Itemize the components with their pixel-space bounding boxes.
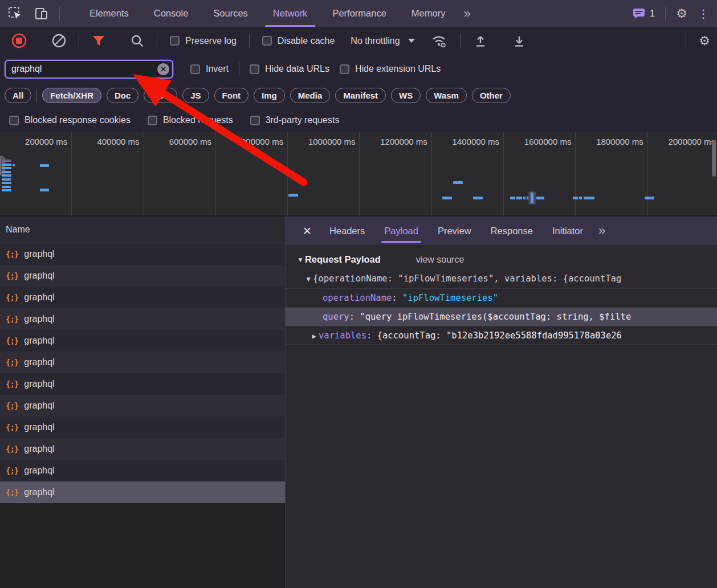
request-details-pane: ✕ Headers Payload Preview Response Initi… <box>286 217 717 588</box>
network-settings-gear-icon[interactable]: ⚙ <box>699 35 710 47</box>
timeline-column: 600000 ms <box>144 132 216 215</box>
request-name-label: graphql <box>24 422 54 432</box>
chip-other[interactable]: Other <box>472 88 511 103</box>
timeline-column: 1800000 ms <box>576 132 647 215</box>
timeline-request-bar <box>645 197 654 199</box>
network-conditions-icon[interactable] <box>431 34 448 48</box>
tab-headers[interactable]: Headers <box>320 217 374 245</box>
clear-network-log-icon[interactable] <box>52 34 66 48</box>
request-row[interactable]: {;}graphql <box>0 460 285 481</box>
request-name-label: graphql <box>24 466 54 476</box>
payload-row-query[interactable]: query: "query ipFlowTimeseries($accountT… <box>286 307 717 326</box>
chip-wasm[interactable]: Wasm <box>426 88 467 103</box>
request-row[interactable]: {;}graphql <box>0 287 285 308</box>
request-row[interactable]: {;}graphql <box>0 352 285 373</box>
chip-css[interactable]: CSS <box>144 88 177 103</box>
network-toolbar: Preserve log Disable cache No throttling <box>0 27 717 55</box>
hide-data-urls-checkbox[interactable]: Hide data URLs <box>250 64 329 74</box>
filter-bar: ✕ Invert Hide data URLs Hide extension U… <box>0 55 717 83</box>
json-request-icon: {;} <box>6 488 18 497</box>
tab-console[interactable]: Console <box>141 0 201 27</box>
chip-font[interactable]: Font <box>214 88 248 103</box>
payload-key: operationName <box>323 293 392 303</box>
more-detail-tabs-icon[interactable]: » <box>593 217 611 245</box>
issues-counter[interactable]: 1 <box>633 8 655 19</box>
third-party-requests-label: 3rd-party requests <box>266 115 340 125</box>
key-separator: : <box>392 293 402 303</box>
device-toolbar-icon[interactable] <box>34 6 49 21</box>
record-network-log-icon[interactable] <box>11 33 27 48</box>
chip-all[interactable]: All <box>5 88 31 103</box>
close-details-icon[interactable]: ✕ <box>295 217 320 245</box>
import-har-icon[interactable] <box>474 34 487 48</box>
json-request-icon: {;} <box>6 271 18 280</box>
view-source-link[interactable]: view source <box>416 255 464 265</box>
chip-ws[interactable]: WS <box>391 88 421 103</box>
hide-extension-urls-checkbox[interactable]: Hide extension URLs <box>340 64 441 74</box>
export-har-icon[interactable] <box>512 34 526 48</box>
throttling-select[interactable]: No throttling <box>347 36 418 46</box>
payload-preview-text: {operationName: "ipFlowTimeseries", vari… <box>313 273 621 284</box>
chip-manifest[interactable]: Manifest <box>335 88 386 103</box>
request-row[interactable]: {;}graphql <box>0 330 285 352</box>
clear-filter-icon[interactable]: ✕ <box>157 63 169 75</box>
network-overview-timeline[interactable]: 200000 ms400000 ms600000 ms800000 ms1000… <box>0 132 717 217</box>
payload-row-variables[interactable]: ▶variables: {accountTag: "b12e3b2192ee55… <box>286 326 717 345</box>
more-tabs-icon[interactable]: » <box>458 0 476 27</box>
section-expand-triangle-icon[interactable]: ▼ <box>297 256 304 264</box>
third-party-requests-checkbox[interactable]: 3rd-party requests <box>250 115 340 125</box>
disable-cache-label: Disable cache <box>278 36 335 46</box>
filter-icon[interactable] <box>92 35 105 47</box>
json-request-icon: {;} <box>6 401 18 410</box>
collapse-triangle-icon[interactable]: ▶ <box>309 327 319 345</box>
timeline-tick-label: 1600000 ms <box>524 137 572 146</box>
inspect-element-icon[interactable] <box>8 6 23 21</box>
filter-input[interactable] <box>5 60 173 79</box>
expand-triangle-icon[interactable]: ▼ <box>304 270 313 288</box>
tab-memory[interactable]: Memory <box>399 0 458 27</box>
timeline-request-bar <box>2 160 11 162</box>
blocked-requests-checkbox[interactable]: Blocked requests <box>148 115 233 125</box>
timeline-tick-label: 400000 ms <box>97 137 139 146</box>
tab-payload[interactable]: Payload <box>374 217 428 245</box>
chip-media[interactable]: Media <box>290 88 331 103</box>
request-row[interactable]: {;}graphql <box>0 416 285 438</box>
request-name-label: graphql <box>24 487 54 497</box>
blocked-response-cookies-label: Blocked response cookies <box>25 115 131 125</box>
chip-img[interactable]: Img <box>254 88 285 103</box>
invert-checkbox[interactable]: Invert <box>190 64 229 74</box>
timeline-scrollbar-thumb[interactable] <box>712 140 716 177</box>
timeline-column: 2000000 ms <box>648 132 717 215</box>
tab-network[interactable]: Network <box>260 0 320 27</box>
kebab-menu-icon[interactable]: ⋮ <box>698 8 709 19</box>
chip-doc[interactable]: Doc <box>107 88 138 103</box>
request-row[interactable]: {;}graphql <box>0 481 285 503</box>
chip-js[interactable]: JS <box>182 88 209 103</box>
request-name-label: graphql <box>24 379 54 389</box>
tab-initiator[interactable]: Initiator <box>543 217 593 245</box>
name-column-header[interactable]: Name <box>0 217 285 243</box>
request-row[interactable]: {;}graphql <box>0 265 285 287</box>
payload-row-operation-name[interactable]: operationName: "ipFlowTimeseries" <box>286 288 717 307</box>
timeline-request-bar <box>2 178 11 181</box>
blocked-response-cookies-checkbox[interactable]: Blocked response cookies <box>9 115 131 125</box>
settings-gear-icon[interactable]: ⚙ <box>676 7 687 20</box>
payload-key: query <box>323 312 349 322</box>
checkbox-box <box>148 116 157 125</box>
tab-performance[interactable]: Performance <box>320 0 398 27</box>
tab-preview[interactable]: Preview <box>428 217 481 245</box>
chip-fetch-xhr[interactable]: Fetch/XHR <box>42 88 101 103</box>
tab-response[interactable]: Response <box>481 217 543 245</box>
tab-elements[interactable]: Elements <box>77 0 141 27</box>
request-row[interactable]: {;}graphql <box>0 395 285 416</box>
tab-sources[interactable]: Sources <box>201 0 260 27</box>
request-row[interactable]: {;}graphql <box>0 243 285 265</box>
request-row[interactable]: {;}graphql <box>0 308 285 330</box>
disable-cache-checkbox[interactable]: Disable cache <box>262 36 335 46</box>
timeline-request-bar <box>2 164 11 166</box>
preserve-log-checkbox[interactable]: Preserve log <box>170 36 237 46</box>
request-row[interactable]: {;}graphql <box>0 438 285 460</box>
payload-root-row[interactable]: ▼{operationName: "ipFlowTimeseries", var… <box>286 270 717 288</box>
search-icon[interactable] <box>131 34 144 48</box>
request-row[interactable]: {;}graphql <box>0 373 285 395</box>
